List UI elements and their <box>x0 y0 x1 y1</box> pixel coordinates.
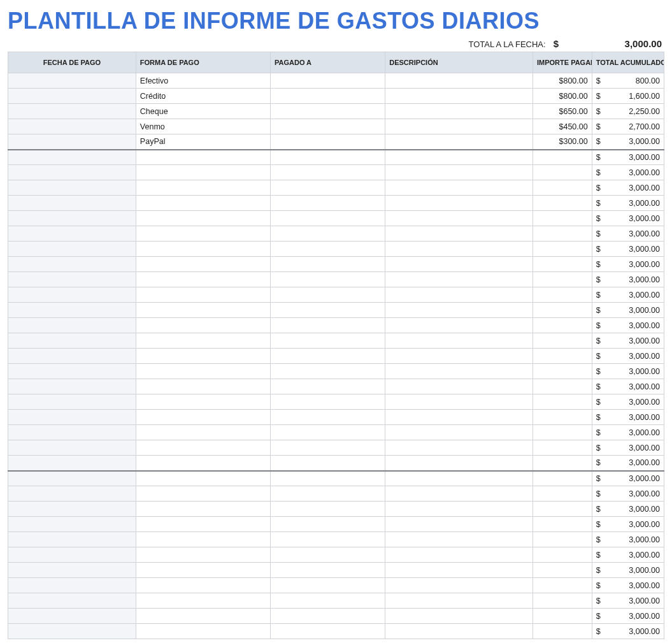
cell-forma[interactable] <box>136 502 270 517</box>
cell-fecha[interactable] <box>8 456 136 471</box>
cell-fecha[interactable] <box>8 440 136 456</box>
cell-forma[interactable] <box>136 180 270 196</box>
cell-descripcion[interactable] <box>385 425 533 440</box>
cell-forma[interactable] <box>136 624 270 639</box>
cell-forma[interactable] <box>136 287 270 303</box>
cell-importe[interactable]: $800.00 <box>533 73 592 89</box>
cell-forma[interactable] <box>136 517 270 532</box>
cell-descripcion[interactable] <box>385 303 533 318</box>
cell-fecha[interactable] <box>8 242 136 257</box>
cell-total-acumulado[interactable]: $800.00 <box>592 73 664 89</box>
cell-pagado-a[interactable] <box>270 150 385 165</box>
cell-descripcion[interactable] <box>385 394 533 410</box>
cell-total-acumulado[interactable]: $2,700.00 <box>592 119 664 134</box>
cell-descripcion[interactable] <box>385 180 533 196</box>
cell-forma[interactable]: Venmo <box>136 119 270 134</box>
cell-pagado-a[interactable] <box>270 89 385 104</box>
cell-fecha[interactable] <box>8 609 136 624</box>
cell-descripcion[interactable] <box>385 486 533 502</box>
cell-descripcion[interactable] <box>385 410 533 425</box>
cell-descripcion[interactable] <box>385 624 533 639</box>
cell-fecha[interactable] <box>8 502 136 517</box>
cell-forma[interactable] <box>136 333 270 349</box>
cell-pagado-a[interactable] <box>270 242 385 257</box>
cell-descripcion[interactable] <box>385 379 533 394</box>
cell-importe[interactable] <box>533 364 592 379</box>
cell-fecha[interactable] <box>8 104 136 119</box>
cell-total-acumulado[interactable]: $2,250.00 <box>592 104 664 119</box>
cell-total-acumulado[interactable]: $3,000.00 <box>592 593 664 609</box>
cell-forma[interactable] <box>136 532 270 547</box>
cell-descripcion[interactable] <box>385 272 533 287</box>
cell-total-acumulado[interactable]: $3,000.00 <box>592 624 664 639</box>
cell-importe[interactable] <box>533 563 592 578</box>
cell-fecha[interactable] <box>8 180 136 196</box>
cell-total-acumulado[interactable]: $3,000.00 <box>592 165 664 180</box>
cell-fecha[interactable] <box>8 272 136 287</box>
cell-pagado-a[interactable] <box>270 364 385 379</box>
cell-fecha[interactable] <box>8 532 136 547</box>
cell-forma[interactable] <box>136 226 270 242</box>
cell-importe[interactable] <box>533 532 592 547</box>
cell-forma[interactable] <box>136 196 270 211</box>
cell-descripcion[interactable] <box>385 471 533 486</box>
cell-importe[interactable] <box>533 379 592 394</box>
cell-total-acumulado[interactable]: $3,000.00 <box>592 394 664 410</box>
cell-importe[interactable]: $650.00 <box>533 104 592 119</box>
cell-forma[interactable] <box>136 349 270 364</box>
cell-total-acumulado[interactable]: $3,000.00 <box>592 287 664 303</box>
cell-descripcion[interactable] <box>385 547 533 563</box>
cell-importe[interactable] <box>533 196 592 211</box>
cell-fecha[interactable] <box>8 379 136 394</box>
cell-total-acumulado[interactable]: $3,000.00 <box>592 410 664 425</box>
cell-total-acumulado[interactable]: $3,000.00 <box>592 318 664 333</box>
cell-descripcion[interactable] <box>385 89 533 104</box>
cell-importe[interactable] <box>533 517 592 532</box>
cell-total-acumulado[interactable]: $3,000.00 <box>592 425 664 440</box>
cell-importe[interactable] <box>533 456 592 471</box>
cell-forma[interactable] <box>136 547 270 563</box>
cell-descripcion[interactable] <box>385 242 533 257</box>
cell-descripcion[interactable] <box>385 73 533 89</box>
cell-total-acumulado[interactable]: $3,000.00 <box>592 532 664 547</box>
cell-pagado-a[interactable] <box>270 349 385 364</box>
cell-forma[interactable]: Crédito <box>136 89 270 104</box>
cell-pagado-a[interactable] <box>270 394 385 410</box>
cell-descripcion[interactable] <box>385 502 533 517</box>
cell-pagado-a[interactable] <box>270 272 385 287</box>
cell-pagado-a[interactable] <box>270 211 385 226</box>
cell-pagado-a[interactable] <box>270 532 385 547</box>
cell-total-acumulado[interactable]: $3,000.00 <box>592 257 664 272</box>
cell-pagado-a[interactable] <box>270 578 385 593</box>
cell-pagado-a[interactable] <box>270 257 385 272</box>
cell-forma[interactable] <box>136 593 270 609</box>
cell-descripcion[interactable] <box>385 196 533 211</box>
cell-pagado-a[interactable] <box>270 333 385 349</box>
cell-importe[interactable] <box>533 410 592 425</box>
cell-forma[interactable] <box>136 165 270 180</box>
cell-fecha[interactable] <box>8 593 136 609</box>
cell-total-acumulado[interactable]: $3,000.00 <box>592 180 664 196</box>
cell-pagado-a[interactable] <box>270 456 385 471</box>
cell-fecha[interactable] <box>8 349 136 364</box>
cell-fecha[interactable] <box>8 196 136 211</box>
cell-importe[interactable] <box>533 257 592 272</box>
cell-importe[interactable] <box>533 440 592 456</box>
cell-descripcion[interactable] <box>385 104 533 119</box>
cell-importe[interactable] <box>533 547 592 563</box>
cell-fecha[interactable] <box>8 73 136 89</box>
cell-pagado-a[interactable] <box>270 547 385 563</box>
cell-total-acumulado[interactable]: $3,000.00 <box>592 134 664 150</box>
cell-importe[interactable] <box>533 211 592 226</box>
cell-fecha[interactable] <box>8 119 136 134</box>
cell-importe[interactable]: $450.00 <box>533 119 592 134</box>
cell-descripcion[interactable] <box>385 440 533 456</box>
cell-importe[interactable] <box>533 609 592 624</box>
cell-forma[interactable] <box>136 257 270 272</box>
cell-importe[interactable] <box>533 578 592 593</box>
cell-total-acumulado[interactable]: $3,000.00 <box>592 609 664 624</box>
cell-pagado-a[interactable] <box>270 609 385 624</box>
cell-fecha[interactable] <box>8 563 136 578</box>
cell-pagado-a[interactable] <box>270 517 385 532</box>
cell-fecha[interactable] <box>8 287 136 303</box>
